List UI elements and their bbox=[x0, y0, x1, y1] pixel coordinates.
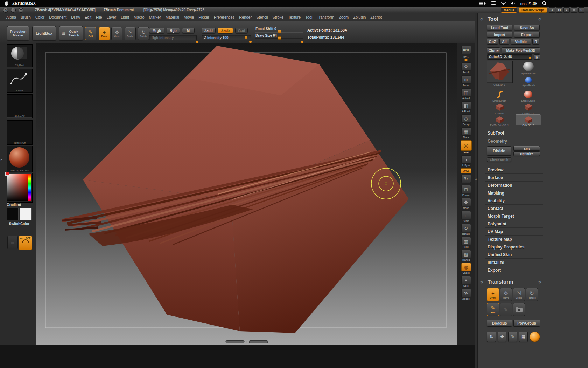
bradius-button[interactable]: BRadius bbox=[487, 320, 512, 327]
zcut-button[interactable]: Zcut bbox=[235, 28, 248, 33]
menu-item[interactable]: Brush bbox=[21, 15, 31, 19]
eraserbrush-thumbnail[interactable] bbox=[524, 91, 532, 98]
palette-cycle-icon[interactable]: ↻ bbox=[480, 17, 483, 22]
transform-palette-title[interactable]: Transform bbox=[488, 279, 513, 285]
tray-button[interactable]: ▦ Floor bbox=[461, 127, 471, 138]
panel-bottom-icon[interactable]: ▦ bbox=[519, 332, 528, 342]
color-picker[interactable] bbox=[7, 173, 33, 203]
window-minimize-button[interactable]: − bbox=[11, 8, 16, 13]
palette-section[interactable]: Display Properties bbox=[485, 243, 543, 251]
tray-button[interactable]: ◫ Actual bbox=[461, 88, 471, 100]
snapshot-button[interactable] bbox=[513, 303, 525, 316]
divide-button[interactable]: Divide bbox=[487, 146, 511, 156]
current-tool-thumbnail[interactable] bbox=[487, 61, 513, 83]
stroke-type-thumbnail[interactable]: ClipRect bbox=[7, 44, 33, 67]
tray-button[interactable]: ▨ Transp bbox=[461, 250, 471, 261]
titlebar-control-button[interactable]: ↻ bbox=[578, 7, 584, 13]
palette-section[interactable]: Export bbox=[485, 266, 543, 274]
rgb-button[interactable]: Rgb bbox=[167, 28, 180, 33]
subtool-section[interactable]: SubTool bbox=[485, 130, 543, 136]
menus-toggle-button[interactable]: Menus bbox=[501, 7, 517, 13]
m-button[interactable]: M bbox=[182, 28, 195, 33]
panel-bottom-icon[interactable]: ⇅ bbox=[487, 332, 496, 342]
tool-r-button[interactable]: R bbox=[534, 54, 540, 60]
canvas-scrollbar[interactable]: ▲ ▼ bbox=[226, 340, 268, 343]
transform-draw-button[interactable]: + Draw bbox=[487, 288, 499, 301]
spherebrush-thumbnail[interactable] bbox=[523, 62, 534, 71]
optimize-button[interactable]: Optimize bbox=[513, 151, 540, 156]
saturation-square[interactable] bbox=[7, 174, 28, 201]
menu-item[interactable]: Transform bbox=[317, 15, 334, 19]
import-button[interactable]: Import bbox=[487, 32, 512, 38]
menu-item[interactable]: Preferences bbox=[214, 15, 234, 19]
z-intensity-slider[interactable]: Z Intensity 100 bbox=[202, 35, 251, 40]
menu-item[interactable]: Light bbox=[121, 15, 129, 19]
tray-button[interactable]: ◑ L.Sym bbox=[461, 155, 471, 166]
tray-button[interactable]: ↻ bbox=[461, 175, 471, 183]
palette-section[interactable]: Surface bbox=[485, 174, 543, 182]
visible-button[interactable]: Visible bbox=[511, 39, 531, 45]
r-button[interactable]: R bbox=[532, 39, 539, 45]
geometry-section[interactable]: Geometry bbox=[485, 138, 543, 144]
curve-stroke-thumbnail[interactable]: Curve bbox=[7, 69, 33, 93]
menu-item[interactable]: Zscript bbox=[370, 15, 382, 19]
cube3d-1-thumbnail[interactable] bbox=[524, 103, 533, 113]
default-zscript-button[interactable]: DefaultZScript bbox=[519, 7, 547, 13]
tray-button[interactable]: ● Solo bbox=[461, 276, 471, 287]
menu-item[interactable]: Render bbox=[239, 15, 252, 19]
menu-item[interactable]: Texture bbox=[288, 15, 301, 19]
main-color-swatch[interactable] bbox=[7, 208, 19, 220]
menu-item[interactable]: Movie bbox=[184, 15, 194, 19]
rgb-intensity-slider[interactable]: Rgb Intensity bbox=[149, 35, 197, 40]
palette-section[interactable]: Unified Skin bbox=[485, 251, 543, 259]
slider-handle[interactable] bbox=[278, 30, 281, 33]
palette-section[interactable]: Deformation bbox=[485, 182, 543, 189]
menu-item[interactable]: Color bbox=[35, 15, 44, 19]
tray-button[interactable]: SPix bbox=[463, 56, 469, 61]
export-button[interactable]: Export bbox=[514, 32, 540, 38]
alphabrush-thumbnail[interactable] bbox=[525, 77, 532, 83]
titlebar-control-button[interactable]: ◂ bbox=[549, 7, 555, 13]
draw-size-slider[interactable]: Draw Size 64 bbox=[255, 34, 303, 39]
menu-item[interactable]: Draw bbox=[71, 15, 80, 19]
transform-scale-button[interactable]: ⇲ Scale bbox=[513, 288, 525, 301]
left-tray-collapse-arrow[interactable]: ▸ bbox=[1, 158, 2, 161]
titlebar-control-button[interactable]: ▤ bbox=[571, 7, 577, 13]
menu-item[interactable]: Marker bbox=[149, 15, 161, 19]
cube3d-thumbnail[interactable] bbox=[495, 103, 504, 113]
tray-button[interactable]: XYZ bbox=[458, 168, 474, 173]
tray-button[interactable]: ▦ PolyF bbox=[461, 237, 471, 248]
secondary-color-swatch[interactable] bbox=[20, 208, 32, 220]
tray-button[interactable]: ◻ Frame bbox=[461, 185, 471, 196]
slider-handle[interactable] bbox=[245, 36, 247, 39]
quick-pick-material-icon[interactable] bbox=[530, 332, 540, 342]
tray-button[interactable]: ✥ Move bbox=[461, 198, 471, 209]
macos-app-name[interactable]: ZBrushOSX bbox=[12, 1, 36, 6]
window-zoom-button[interactable]: + bbox=[19, 8, 23, 13]
mrgb-button[interactable]: Mrgb bbox=[149, 28, 164, 33]
check-mesh-button[interactable]: Check Mesh bbox=[487, 157, 511, 162]
tray-button[interactable]: ✥ Scroll bbox=[461, 62, 471, 74]
tray-button[interactable]: ≫ Xpose bbox=[461, 289, 471, 300]
macos-clock[interactable]: ons 21.08 bbox=[520, 1, 537, 6]
menu-item[interactable]: Tool bbox=[305, 15, 312, 19]
switchcolor-label[interactable]: SwitchColor bbox=[7, 222, 32, 226]
menu-item[interactable]: Stroke bbox=[272, 15, 284, 19]
palette-refresh-icon[interactable]: ↻ bbox=[538, 280, 541, 285]
texture-thumbnail[interactable]: Texture Off bbox=[7, 120, 33, 145]
menu-item[interactable]: File bbox=[96, 15, 102, 19]
panel-collapse-arrow[interactable]: ◂ bbox=[475, 177, 477, 181]
slider-handle[interactable] bbox=[278, 36, 281, 40]
wifi-icon[interactable] bbox=[501, 1, 506, 5]
tray-button[interactable]: ◇ Persp bbox=[461, 114, 471, 125]
palette-section[interactable]: Morph Target bbox=[485, 212, 543, 220]
palette-section[interactable]: UV Map bbox=[485, 228, 543, 236]
tray-button[interactable]: BPR bbox=[461, 46, 471, 54]
tray-button[interactable]: ◍ Ghost bbox=[461, 263, 471, 274]
smt-toggle[interactable]: Smt bbox=[513, 146, 540, 151]
menu-item[interactable]: Zplugin bbox=[353, 15, 366, 19]
transform-rotate-button[interactable]: ↻ Rotate bbox=[526, 288, 538, 301]
menu-item[interactable]: Stencil bbox=[256, 15, 268, 19]
tray-button[interactable]: ⇔ Scale bbox=[461, 211, 471, 222]
rotate-mode-button[interactable]: ↻ Rotate bbox=[138, 27, 149, 40]
